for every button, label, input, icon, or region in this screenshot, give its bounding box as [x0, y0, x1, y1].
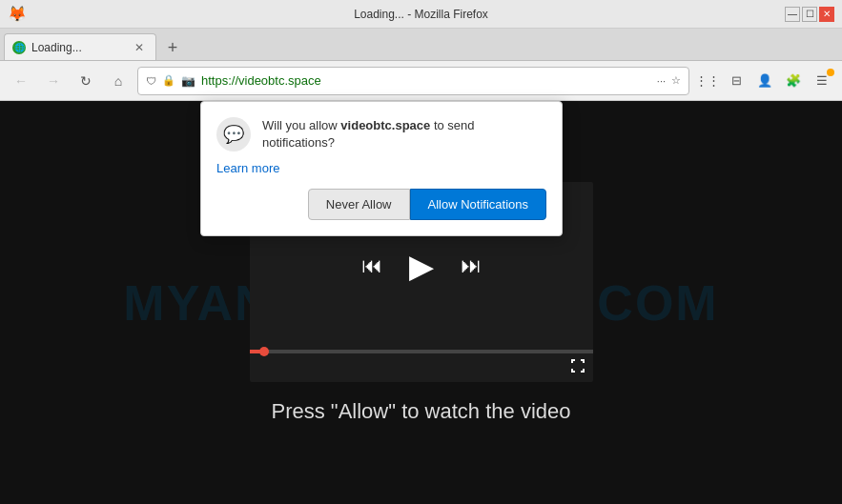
extensions-icon[interactable]: 🧩	[781, 69, 806, 93]
bookmark-icon: ☆	[671, 74, 681, 87]
more-options-icon: ···	[657, 75, 666, 87]
popup-header: 💬 Will you allow videobtc.space to send …	[216, 117, 546, 151]
new-tab-button[interactable]: +	[160, 35, 185, 60]
press-allow-text: Press "Allow" to watch the video	[272, 399, 571, 424]
video-progress-bar[interactable]	[250, 350, 593, 353]
title-bar: 🦊 Loading... - Mozilla Firefox — ☐ ✕	[0, 0, 842, 29]
window-title: Loading... - Mozilla Firefox	[354, 8, 488, 21]
maximize-button[interactable]: ☐	[802, 7, 817, 22]
menu-button[interactable]: ☰	[810, 69, 834, 93]
library-icon[interactable]: ⋮⋮	[695, 69, 720, 93]
url-input[interactable]	[201, 73, 651, 88]
active-tab[interactable]: 🌐 Loading... ✕	[4, 33, 156, 60]
tab-favicon: 🌐	[12, 41, 26, 54]
window-controls: 🦊	[8, 5, 31, 23]
popup-message: Will you allow videobtc.space to send no…	[262, 117, 546, 151]
window-action-buttons: — ☐ ✕	[785, 7, 834, 22]
camera-icon: 📷	[181, 74, 195, 88]
home-button[interactable]: ⌂	[105, 68, 132, 94]
alert-badge	[827, 69, 834, 76]
window-controls-group: 🦊	[8, 5, 31, 23]
fullscreen-icon	[570, 358, 585, 373]
prev-button[interactable]: ⏮	[361, 253, 382, 278]
tab-label: Loading...	[31, 41, 82, 54]
firefox-icon: 🦊	[8, 5, 27, 23]
close-button[interactable]: ✕	[819, 7, 834, 22]
browser-toolbar: ← → ↻ ⌂ 🛡 🔒 📷 ··· ☆ ⋮⋮ ⊟ 👤 🧩 ☰	[0, 61, 842, 101]
popup-message-site: videobtc.space	[340, 118, 430, 132]
page-content: MYANTISPYWARE.COM 💬 Will you allow video…	[0, 101, 842, 504]
never-allow-button[interactable]: Never Allow	[308, 189, 410, 220]
shield-icon: 🛡	[146, 75, 156, 87]
back-button[interactable]: ←	[8, 68, 34, 94]
forward-button[interactable]: →	[40, 68, 67, 94]
address-bar-wrapper: 🛡 🔒 📷 ··· ☆	[137, 67, 689, 95]
play-button[interactable]: ▶	[409, 247, 434, 285]
tab-bar: 🌐 Loading... ✕ +	[0, 29, 842, 61]
profile-icon[interactable]: 👤	[752, 69, 777, 93]
allow-notifications-button[interactable]: Allow Notifications	[410, 189, 547, 220]
tab-close-button[interactable]: ✕	[134, 41, 144, 54]
popup-message-pre: Will you allow	[262, 118, 340, 132]
progress-thumb	[259, 347, 269, 356]
learn-more-link[interactable]: Learn more	[216, 161, 546, 175]
minimize-button[interactable]: —	[785, 7, 800, 22]
lock-icon: 🔒	[162, 74, 175, 87]
reload-button[interactable]: ↻	[72, 68, 99, 94]
next-button[interactable]: ⏭	[461, 253, 482, 278]
notification-icon: 💬	[216, 117, 251, 151]
notification-popup: 💬 Will you allow videobtc.space to send …	[200, 101, 563, 236]
toolbar-icons: ⋮⋮ ⊟ 👤 🧩 ☰	[695, 69, 834, 93]
synced-tabs-icon[interactable]: ⊟	[724, 69, 749, 93]
popup-buttons: Never Allow Allow Notifications	[216, 189, 546, 220]
fullscreen-button[interactable]	[570, 358, 585, 376]
video-main-controls: ⏮ ▶ ⏭	[361, 247, 482, 285]
video-bottom-controls	[250, 353, 593, 382]
